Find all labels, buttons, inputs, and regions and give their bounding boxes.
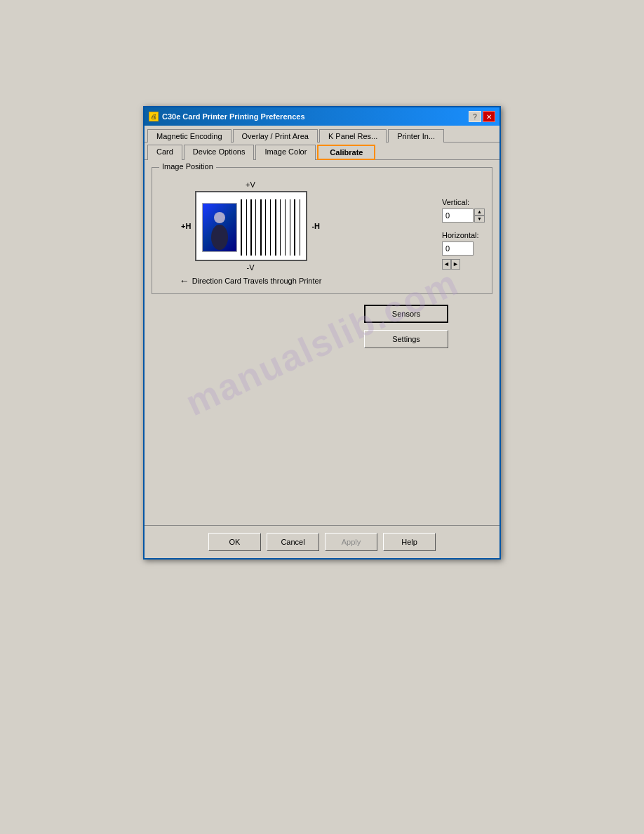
title-bar: 🖨 C30e Card Printer Printing Preferences… bbox=[145, 107, 499, 126]
h-plus-label: +H bbox=[181, 222, 191, 230]
tabs-row-2: Card Device Options Image Color Calibrat… bbox=[145, 143, 499, 160]
barcode-line bbox=[278, 199, 279, 256]
barcode-line bbox=[250, 199, 252, 256]
vertical-spinner-buttons: ▲ ▼ bbox=[474, 208, 485, 223]
cancel-button[interactable]: Cancel bbox=[267, 533, 319, 551]
title-bar-left: 🖨 C30e Card Printer Printing Preferences bbox=[149, 112, 305, 121]
barcode-line bbox=[260, 199, 262, 256]
barcode-line bbox=[270, 199, 271, 256]
horizontal-left-button[interactable]: ◄ bbox=[442, 259, 451, 270]
horizontal-input[interactable] bbox=[442, 241, 474, 256]
image-position-group: Image Position +V +H bbox=[152, 167, 492, 294]
barcode-line bbox=[282, 199, 283, 256]
tab-image-color[interactable]: Image Color bbox=[255, 145, 316, 160]
action-buttons-area: Sensors Settings bbox=[320, 305, 492, 348]
barcode-line bbox=[280, 199, 281, 256]
barcode-line bbox=[300, 199, 301, 256]
svg-point-1 bbox=[211, 225, 228, 250]
barcode-line bbox=[253, 199, 255, 256]
direction-label: ← Direction Card Travels through Printer bbox=[180, 275, 322, 286]
vertical-input[interactable] bbox=[442, 208, 474, 223]
tab-overlay-print-area[interactable]: Overlay / Print Area bbox=[233, 129, 318, 143]
direction-text: Direction Card Travels through Printer bbox=[192, 277, 322, 285]
window-title: C30e Card Printer Printing Preferences bbox=[162, 112, 305, 121]
tab-magnetic-encoding[interactable]: Magnetic Encoding bbox=[147, 129, 232, 143]
barcode-line bbox=[272, 199, 274, 256]
barcode-line bbox=[241, 199, 242, 256]
tab-device-options[interactable]: Device Options bbox=[184, 145, 255, 160]
tab-card[interactable]: Card bbox=[147, 145, 182, 160]
card-face bbox=[202, 203, 237, 252]
help-button[interactable]: Help bbox=[383, 533, 436, 551]
barcode-line bbox=[248, 199, 249, 256]
barcode-line bbox=[243, 199, 245, 256]
title-buttons: ? ✕ bbox=[469, 111, 495, 122]
controls-area: Vertical: ▲ ▼ Horizontal: bbox=[442, 198, 485, 270]
group-box-title: Image Position bbox=[159, 162, 216, 171]
v-plus-label: +V bbox=[246, 180, 255, 189]
card-row: +H bbox=[181, 191, 320, 261]
horizontal-control-group: Horizontal: ◄ ► bbox=[442, 231, 485, 270]
horizontal-right-button[interactable]: ► bbox=[451, 259, 460, 270]
barcode-line bbox=[246, 199, 247, 256]
barcode-line bbox=[292, 199, 293, 256]
horizontal-label: Horizontal: bbox=[442, 231, 485, 239]
image-position-content: +V +H bbox=[159, 175, 485, 286]
barcode-line bbox=[257, 199, 259, 256]
barcode-line bbox=[290, 199, 290, 256]
vertical-spinner: ▲ ▼ bbox=[442, 208, 485, 223]
v-minus-label: -V bbox=[247, 263, 255, 272]
barcode-line bbox=[294, 199, 295, 256]
vertical-control-group: Vertical: ▲ ▼ bbox=[442, 198, 485, 223]
barcode-area bbox=[241, 199, 300, 256]
sensors-button[interactable]: Sensors bbox=[364, 305, 448, 323]
person-silhouette bbox=[209, 209, 230, 251]
card-face-blue bbox=[203, 204, 236, 251]
ok-button[interactable]: OK bbox=[208, 533, 261, 551]
printer-icon: 🖨 bbox=[149, 112, 159, 121]
barcode-line bbox=[263, 199, 264, 256]
content-area: manualslib.com Image Position +V +H bbox=[145, 160, 499, 525]
bottom-buttons: OK Cancel Apply Help bbox=[145, 525, 499, 558]
vertical-up-button[interactable]: ▲ bbox=[474, 208, 485, 216]
settings-button[interactable]: Settings bbox=[364, 330, 448, 348]
barcode-line bbox=[285, 199, 286, 256]
help-title-button[interactable]: ? bbox=[469, 111, 481, 122]
barcode-line bbox=[265, 199, 266, 256]
h-minus-label: -H bbox=[311, 222, 320, 230]
main-window: 🖨 C30e Card Printer Printing Preferences… bbox=[143, 106, 501, 560]
apply-button[interactable]: Apply bbox=[325, 533, 377, 551]
card-diagram-area: +V +H bbox=[159, 180, 342, 286]
barcode-line bbox=[287, 199, 288, 256]
vertical-label: Vertical: bbox=[442, 198, 485, 206]
vertical-down-button[interactable]: ▼ bbox=[474, 216, 485, 223]
tabs-row-1: Magnetic Encoding Overlay / Print Area K… bbox=[145, 126, 499, 143]
barcode-line bbox=[255, 199, 256, 256]
close-button[interactable]: ✕ bbox=[483, 111, 495, 122]
barcode-line bbox=[267, 199, 269, 256]
barcode-line bbox=[297, 199, 298, 256]
barcode-line bbox=[275, 199, 276, 256]
arrow-left-icon: ← bbox=[180, 275, 189, 286]
horizontal-spinner-buttons: ◄ ► bbox=[442, 259, 485, 270]
svg-point-0 bbox=[214, 212, 225, 223]
tab-k-panel-resin[interactable]: K Panel Res... bbox=[319, 129, 387, 143]
card-preview bbox=[195, 191, 307, 261]
tab-calibrate[interactable]: Calibrate bbox=[317, 145, 375, 160]
tab-printer-info[interactable]: Printer In... bbox=[388, 129, 444, 143]
